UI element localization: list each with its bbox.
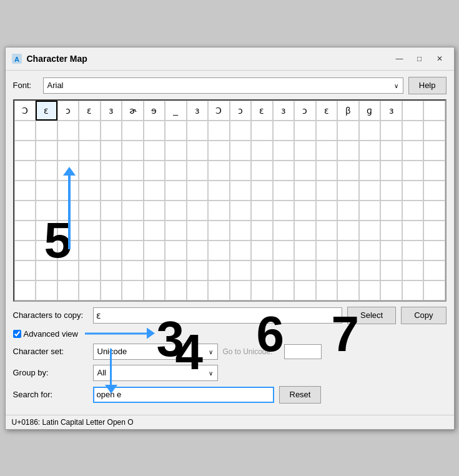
char-cell[interactable] xyxy=(316,121,338,141)
char-cell[interactable]: Ↄ xyxy=(14,101,36,121)
char-cell[interactable] xyxy=(230,121,252,141)
char-cell[interactable] xyxy=(122,280,144,300)
char-cell[interactable] xyxy=(423,201,445,221)
copy-button[interactable]: Copy xyxy=(401,307,446,324)
char-cell[interactable]: ɔ xyxy=(230,101,252,121)
font-select[interactable]: Arial xyxy=(43,77,403,94)
char-cell[interactable] xyxy=(57,141,79,161)
char-cell[interactable] xyxy=(316,221,338,240)
char-cell[interactable] xyxy=(122,201,144,221)
char-cell[interactable] xyxy=(402,240,424,260)
char-cell[interactable]: ɜ xyxy=(380,101,402,121)
char-cell[interactable] xyxy=(380,121,402,141)
char-cell[interactable] xyxy=(101,121,122,141)
char-cell[interactable] xyxy=(294,240,316,260)
char-cell[interactable] xyxy=(144,161,165,181)
char-cell[interactable] xyxy=(36,280,57,300)
char-cell[interactable] xyxy=(273,181,295,201)
char-cell[interactable] xyxy=(14,201,36,221)
char-cell[interactable] xyxy=(79,260,101,280)
char-cell[interactable] xyxy=(316,280,338,300)
char-cell[interactable] xyxy=(294,181,316,201)
char-cell[interactable] xyxy=(380,141,402,161)
char-cell[interactable] xyxy=(230,181,252,201)
char-cell[interactable] xyxy=(402,121,424,141)
char-cell[interactable] xyxy=(101,161,122,181)
char-cell[interactable]: ɘ xyxy=(144,101,165,121)
char-cell[interactable] xyxy=(36,240,57,260)
char-cell[interactable] xyxy=(251,280,273,300)
char-cell[interactable] xyxy=(423,101,445,121)
char-cell[interactable] xyxy=(316,181,338,201)
char-cell[interactable] xyxy=(230,201,252,221)
search-input[interactable] xyxy=(93,387,274,403)
char-cell[interactable] xyxy=(122,221,144,240)
advanced-view-label[interactable]: Advanced view xyxy=(13,329,78,339)
char-cell[interactable] xyxy=(402,280,424,300)
char-cell[interactable] xyxy=(230,240,252,260)
char-cell[interactable] xyxy=(187,181,209,201)
char-cell[interactable] xyxy=(208,121,230,141)
char-cell[interactable] xyxy=(36,161,57,181)
char-cell[interactable] xyxy=(36,181,57,201)
char-cell[interactable] xyxy=(402,260,424,280)
char-cell[interactable] xyxy=(208,280,230,300)
group-by-select[interactable]: All Unicode Subrange Unicode Block xyxy=(93,365,218,381)
char-cell[interactable] xyxy=(251,240,273,260)
char-cell[interactable] xyxy=(165,280,187,300)
char-cell[interactable] xyxy=(380,201,402,221)
char-cell[interactable] xyxy=(423,141,445,161)
char-cell[interactable] xyxy=(36,121,57,141)
char-cell[interactable] xyxy=(423,280,445,300)
char-cell[interactable] xyxy=(251,201,273,221)
char-cell[interactable] xyxy=(122,240,144,260)
char-cell[interactable] xyxy=(144,141,165,161)
char-cell[interactable] xyxy=(251,221,273,240)
char-cell[interactable] xyxy=(144,201,165,221)
char-cell[interactable]: ɛ xyxy=(251,101,273,121)
char-cell[interactable] xyxy=(337,161,359,181)
char-cell[interactable] xyxy=(230,141,252,161)
char-cell[interactable] xyxy=(423,161,445,181)
char-cell[interactable] xyxy=(402,201,424,221)
char-cell[interactable] xyxy=(79,121,101,141)
char-cell[interactable] xyxy=(423,240,445,260)
char-cell[interactable] xyxy=(57,121,79,141)
char-cell[interactable] xyxy=(337,260,359,280)
char-cell[interactable]: ɜ xyxy=(101,101,122,121)
char-cell[interactable] xyxy=(380,181,402,201)
char-cell[interactable] xyxy=(187,161,209,181)
char-cell[interactable] xyxy=(294,260,316,280)
char-cell[interactable] xyxy=(316,161,338,181)
char-cell[interactable] xyxy=(101,240,122,260)
char-cell[interactable] xyxy=(294,121,316,141)
char-cell[interactable] xyxy=(251,181,273,201)
char-cell[interactable]: ɜ xyxy=(273,101,295,121)
char-cell[interactable] xyxy=(337,240,359,260)
char-cell[interactable] xyxy=(36,201,57,221)
goto-unicode-input[interactable] xyxy=(284,344,322,359)
maximize-button[interactable]: □ xyxy=(410,51,429,66)
char-cell[interactable] xyxy=(230,280,252,300)
char-cell[interactable] xyxy=(187,240,209,260)
char-cell[interactable] xyxy=(14,280,36,300)
char-cell[interactable] xyxy=(359,161,381,181)
char-cell[interactable] xyxy=(273,121,295,141)
char-cell[interactable] xyxy=(14,260,36,280)
char-cell[interactable] xyxy=(359,240,381,260)
help-button[interactable]: Help xyxy=(408,77,447,94)
char-cell[interactable] xyxy=(380,240,402,260)
char-cell[interactable] xyxy=(165,121,187,141)
char-cell[interactable] xyxy=(144,280,165,300)
char-cell[interactable] xyxy=(36,221,57,240)
char-cell[interactable] xyxy=(79,141,101,161)
char-cell[interactable]: ɛ xyxy=(79,101,101,121)
char-cell[interactable] xyxy=(230,260,252,280)
char-cell[interactable] xyxy=(208,201,230,221)
char-cell[interactable] xyxy=(101,141,122,161)
char-cell[interactable] xyxy=(359,121,381,141)
char-cell[interactable] xyxy=(101,221,122,240)
char-cell[interactable] xyxy=(316,201,338,221)
char-cell[interactable] xyxy=(423,121,445,141)
char-cell[interactable] xyxy=(14,221,36,240)
